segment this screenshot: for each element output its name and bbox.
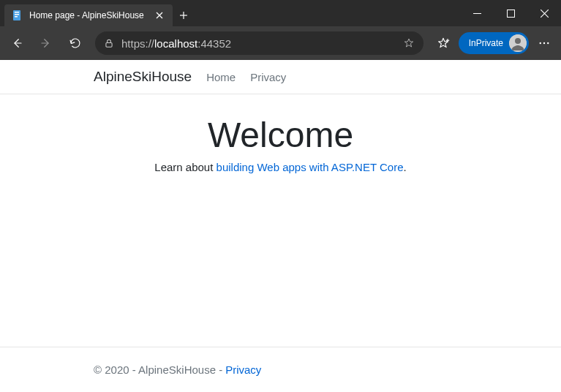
favorites-button[interactable]: [429, 29, 457, 57]
lead-suffix: .: [404, 161, 407, 173]
svg-rect-9: [507, 10, 514, 17]
lead-paragraph: Learn about building Web apps with ASP.N…: [0, 161, 561, 173]
page-heading: Welcome: [0, 115, 561, 155]
tab-title: Home page - AlpineSkiHouse: [29, 10, 146, 20]
lead-link[interactable]: building Web apps with ASP.NET Core: [217, 161, 404, 173]
main-content: Welcome Learn about building Web apps wi…: [0, 94, 561, 347]
footer-text: © 2020 - AlpineSkiHouse -: [94, 363, 222, 376]
lead-prefix: Learn about: [154, 161, 216, 173]
url-text: https://localhost:44352: [121, 37, 391, 50]
browser-tab[interactable]: Home page - AlpineSkiHouse: [4, 4, 173, 26]
settings-menu-button[interactable]: [530, 29, 558, 57]
window-close-button[interactable]: [527, 0, 561, 26]
url-port: :44352: [197, 37, 231, 50]
svg-point-18: [515, 38, 521, 44]
add-favorite-button[interactable]: [399, 33, 419, 53]
site-navbar: AlpineSkiHouse Home Privacy: [0, 60, 561, 94]
browser-titlebar: Home page - AlpineSkiHouse: [0, 0, 561, 26]
profile-avatar-icon: [509, 34, 527, 52]
site-footer: © 2020 - AlpineSkiHouse - Privacy: [0, 347, 561, 392]
page-viewport: AlpineSkiHouse Home Privacy Welcome Lear…: [0, 60, 561, 392]
back-button[interactable]: [3, 29, 31, 57]
inprivate-indicator[interactable]: InPrivate: [459, 32, 529, 54]
nav-link-home[interactable]: Home: [206, 71, 236, 83]
tab-close-button[interactable]: [152, 8, 167, 23]
browser-toolbar: https://localhost:44352 InPrivate: [0, 26, 561, 60]
page-favicon-icon: [12, 10, 23, 21]
svg-point-21: [547, 42, 549, 44]
nav-link-privacy[interactable]: Privacy: [250, 71, 286, 83]
window-minimize-button[interactable]: [460, 0, 494, 26]
window-maximize-button[interactable]: [494, 0, 527, 26]
url-host: localhost: [154, 37, 197, 50]
refresh-button[interactable]: [61, 29, 89, 57]
lock-icon: [104, 38, 114, 48]
svg-rect-3: [15, 16, 18, 18]
svg-rect-1: [15, 12, 19, 13]
svg-point-19: [540, 42, 541, 44]
window-controls: [460, 0, 561, 26]
url-scheme: https://: [121, 37, 154, 50]
brand-link[interactable]: AlpineSkiHouse: [94, 69, 192, 85]
inprivate-label: InPrivate: [469, 38, 503, 48]
svg-rect-2: [15, 14, 19, 15]
address-bar[interactable]: https://localhost:44352: [95, 31, 423, 55]
forward-button[interactable]: [32, 29, 60, 57]
new-tab-button[interactable]: [173, 4, 195, 26]
svg-point-20: [543, 42, 545, 44]
svg-rect-14: [106, 42, 112, 47]
footer-privacy-link[interactable]: Privacy: [225, 363, 261, 376]
